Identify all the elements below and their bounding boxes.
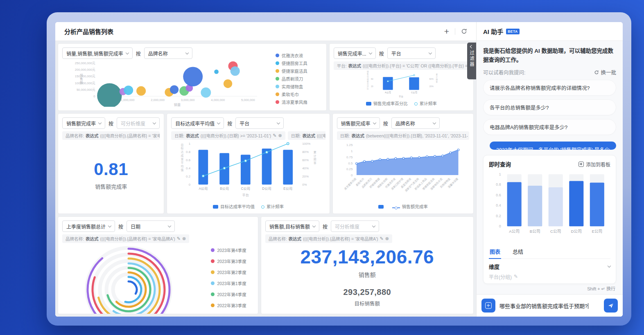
filter-pill[interactable]: 日期:表达式((({电商分析}).{日期} >= '2023-11-01')✎⊗ bbox=[171, 131, 285, 140]
filter-pill[interactable]: 日期:表达式((({电商分析}).{日 bbox=[288, 131, 325, 140]
legend-item[interactable]: 2022年第3季度 bbox=[211, 302, 246, 308]
dimension-select-value: 日期 bbox=[131, 223, 140, 230]
legend-item[interactable]: 实用储物盒 bbox=[276, 83, 320, 90]
spiral-chart[interactable] bbox=[79, 243, 181, 314]
legend-bar-series[interactable]: 目标达成率平均值 bbox=[213, 203, 255, 209]
legend-page-down[interactable]: ▼ bbox=[303, 110, 307, 111]
edit-filter-icon[interactable]: ✎ bbox=[177, 236, 181, 241]
svg-text:销: 销 bbox=[367, 70, 369, 73]
svg-text:A公司: A公司 bbox=[199, 187, 208, 191]
svg-text:率: 率 bbox=[314, 161, 316, 165]
ai-composer: 哪些事业部的销售额完成率低于预期? bbox=[477, 294, 623, 317]
svg-text:0: 0 bbox=[351, 173, 353, 177]
dimension-select[interactable]: 平台 bbox=[387, 47, 436, 59]
chevron-down-icon bbox=[185, 51, 188, 54]
refresh-icon[interactable] bbox=[461, 28, 467, 34]
platform-bar-chart[interactable]: 602060%20%销售完成率百分比累计频率A公司C公司平台 bbox=[334, 70, 469, 99]
dimension-field[interactable]: 平台(分组) ✎ bbox=[489, 273, 610, 280]
refresh-suggestions-button[interactable]: 换一批 bbox=[594, 68, 616, 76]
metric-select[interactable]: 销售完成率... bbox=[334, 47, 376, 59]
legend-page-up[interactable]: ▲ bbox=[288, 110, 292, 111]
suggestion-pill-3[interactable]: 电器品牌A的销售额完成率是多少? bbox=[483, 119, 616, 135]
dimension-select[interactable]: 日期 bbox=[127, 220, 175, 232]
chevron-down-icon bbox=[372, 224, 375, 227]
suggestion-pill-1[interactable]: 请展示各品牌名称销售额完成率的详细情况? bbox=[483, 80, 616, 96]
legend-item[interactable]: 2023年第1季度 bbox=[211, 280, 246, 286]
metric-select[interactable]: 销量,销售额,销售额完成率 bbox=[62, 47, 133, 59]
by-label: 按 bbox=[379, 50, 384, 57]
filter-pill[interactable]: 品牌名称:表达式((({电商分析}).{品牌名称} = '家电品牌A')✎⊗ bbox=[62, 234, 189, 243]
filter-panel-toggle[interactable]: 过滤器 bbox=[467, 43, 476, 79]
remove-filter-icon[interactable]: ⊗ bbox=[278, 133, 282, 138]
svg-text:3,000,000: 3,000,000 bbox=[181, 98, 195, 102]
message-input[interactable]: 哪些事业部的销售额完成率低于预期? bbox=[499, 302, 600, 310]
legend-item[interactable]: 便捷厨房工具 bbox=[276, 60, 320, 66]
metric-select[interactable]: 目标达成率平均值 bbox=[171, 117, 224, 129]
metric-select[interactable]: 销售额,目标销售额 bbox=[265, 220, 319, 232]
metric-select-value: 销售额,目标销售额 bbox=[269, 223, 310, 230]
svg-text:分: 分 bbox=[367, 85, 369, 88]
page-title: 分析产品销售列表 bbox=[64, 27, 113, 36]
legend-bar-series[interactable]: 销售完成率百分比 bbox=[366, 100, 408, 106]
metric-select-value: 目标达成率平均值 bbox=[175, 120, 215, 127]
ai-prompt-label: 可以试着向我提问: bbox=[483, 68, 525, 76]
svg-text:20: 20 bbox=[371, 85, 373, 88]
legend-bar-series[interactable] bbox=[378, 204, 386, 209]
legend-item[interactable]: 清凉夏季风扇 bbox=[276, 99, 320, 105]
ai-result-bar-chart[interactable]: 10.80.60.40.20A公司B公司C公司D公司E公司 bbox=[489, 170, 610, 240]
metric-select[interactable]: 销售额完成率 bbox=[337, 117, 380, 129]
tab-chart[interactable]: 图表 bbox=[489, 245, 501, 259]
svg-text:C公司: C公司 bbox=[241, 187, 250, 191]
legend-item[interactable]: 柔软毛巾 bbox=[276, 91, 320, 97]
chevron-down-icon bbox=[368, 51, 372, 54]
card-kpi-rate: 销售额完成率 按 可分析维度 品牌名称:表达式((({电商分析}).{品牌名称}… bbox=[58, 113, 164, 214]
remove-filter-icon[interactable]: ⊗ bbox=[385, 236, 389, 241]
metric-select[interactable]: 销售额完成率 bbox=[62, 117, 105, 129]
attach-query-button[interactable] bbox=[481, 299, 495, 313]
svg-text:计: 计 bbox=[314, 154, 316, 158]
dimension-select[interactable]: 品牌名称 bbox=[144, 47, 192, 59]
chevron-down-icon[interactable] bbox=[608, 264, 611, 267]
legend-item[interactable]: 2023年第4季度 bbox=[211, 247, 246, 253]
kpi-label: 销售额完成率 bbox=[95, 182, 127, 190]
edit-filter-icon[interactable]: ✎ bbox=[273, 133, 276, 138]
metric-select[interactable]: 上季度销售额总计 bbox=[62, 220, 115, 232]
remove-filter-icon[interactable]: ⊗ bbox=[182, 236, 186, 241]
legend-item[interactable]: 优雅洗衣液 bbox=[276, 52, 320, 58]
filter-pill[interactable]: 平台:表达式((({电商分析}).{平台} = 'C公司' OR ({电商分析}… bbox=[334, 61, 469, 70]
legend-item[interactable]: 2022年第2季度 bbox=[211, 313, 246, 314]
bubble-chart[interactable]: 250,000,000元200,000,000元150,000,000元100,… bbox=[62, 59, 274, 107]
send-button[interactable] bbox=[604, 299, 618, 313]
legend-line-series[interactable]: 销售额完成率 bbox=[392, 203, 428, 209]
svg-text:额: 额 bbox=[80, 81, 83, 85]
legend-item[interactable]: 便捷家庭洁具 bbox=[276, 68, 320, 74]
suggestion-pill-2[interactable]: 各平台的总销售额是多少? bbox=[483, 99, 616, 115]
brand-area-chart[interactable]: 1.2510.750.50.250清凉夏季风扇柔软毛巾品质剃须刀舒缓按摩器精致化… bbox=[337, 140, 469, 202]
filter-pill[interactable]: 日期:表达式(between((({电商分析}).{日期}, '2023-11-… bbox=[337, 131, 469, 140]
dimension-select[interactable]: 可分析维度 bbox=[117, 117, 160, 129]
legend-item[interactable]: 2023年第3季度 bbox=[211, 258, 246, 264]
dimension-select[interactable]: 品牌名称 bbox=[391, 117, 440, 129]
legend-item[interactable]: 品质剃须刀 bbox=[276, 76, 320, 82]
target-bar-chart[interactable]: 10.80.60.40.20100%80%60%40%20%0%目标达成率平均值… bbox=[171, 140, 325, 202]
dimension-select[interactable]: 可分析维度 bbox=[331, 220, 379, 232]
svg-text:0.25: 0.25 bbox=[346, 167, 353, 171]
dimension-select[interactable]: 平台 bbox=[235, 117, 284, 129]
edit-filter-icon[interactable]: ✎ bbox=[380, 236, 384, 241]
add-to-board-button[interactable]: 添加到看板 bbox=[578, 161, 610, 168]
legend-item[interactable]: 2022年第4季度 bbox=[211, 291, 246, 297]
legend-line-series[interactable]: 累计频率 bbox=[414, 100, 437, 106]
svg-text:0.2: 0.2 bbox=[496, 214, 501, 218]
add-button[interactable]: + bbox=[444, 27, 449, 36]
svg-text:20%: 20% bbox=[302, 175, 309, 178]
legend-line-series[interactable]: 累计频率 bbox=[261, 203, 284, 209]
filter-pill[interactable]: 品牌名称:表达式((({电商分析}).{品牌名称} = '家电品牌A')✎⊗ bbox=[265, 234, 392, 243]
dashboard-header: 分析产品销售列表 + bbox=[55, 22, 476, 41]
svg-text:0.2: 0.2 bbox=[186, 175, 190, 178]
svg-text:200,000,000元: 200,000,000元 bbox=[75, 68, 95, 72]
svg-text:0.6: 0.6 bbox=[186, 158, 191, 162]
filter-pill[interactable]: 品牌名称:表达式((({电商分析}).{品牌名称} = '家电 bbox=[62, 131, 160, 140]
legend-dot bbox=[276, 100, 279, 104]
legend-item[interactable]: 2023年第2季度 bbox=[211, 269, 246, 275]
tab-summary[interactable]: 总结 bbox=[512, 245, 524, 259]
